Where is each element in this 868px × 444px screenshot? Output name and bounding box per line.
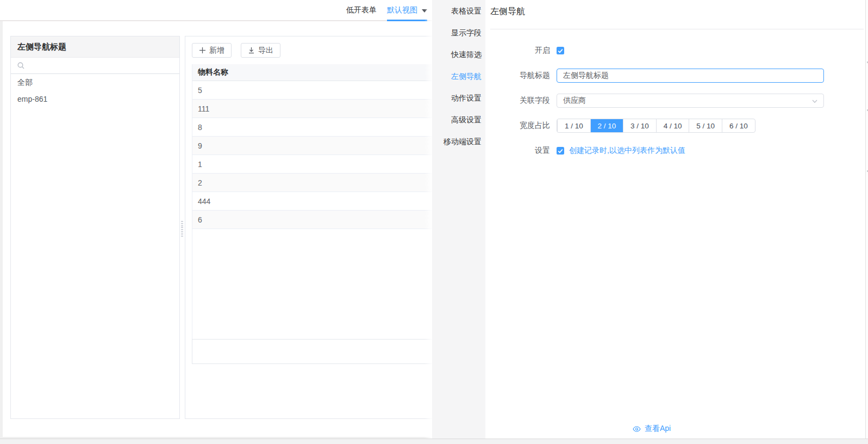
- left-nav-list: 全部emp-861: [11, 74, 179, 108]
- drawer-form: 开启 导航标题 关联字段 供应商 宽度占比: [485, 44, 865, 158]
- settings-row: 设置 创建记录时,以选中列表作为默认值: [485, 144, 865, 158]
- width-ratio-group: 1 / 102 / 103 / 104 / 105 / 106 / 10: [557, 119, 755, 133]
- related-field-select[interactable]: 供应商: [557, 94, 824, 108]
- search-icon: [17, 62, 24, 69]
- drawer-panel-header: 左侧导航: [490, 0, 864, 29]
- nav-title-row: 导航标题: [485, 69, 865, 83]
- width-ratio-option[interactable]: 4 / 10: [656, 119, 689, 132]
- vertical-scrollbar[interactable]: [865, 0, 868, 439]
- horizontal-scrollbar[interactable]: [0, 439, 868, 444]
- enable-checkbox[interactable]: [557, 47, 564, 54]
- enable-row: 开启: [485, 44, 865, 58]
- related-field-label: 关联字段: [485, 96, 557, 106]
- add-button-label: 新增: [209, 46, 224, 55]
- drawer-menu-item[interactable]: 左侧导航: [432, 65, 485, 87]
- drawer-menu-item[interactable]: 移动端设置: [432, 131, 485, 152]
- width-ratio-option[interactable]: 3 / 10: [623, 119, 656, 132]
- settings-note-link[interactable]: 创建记录时,以选中列表作为默认值: [569, 146, 685, 156]
- enable-label: 开启: [485, 46, 557, 55]
- plus-icon: [199, 47, 206, 54]
- width-ratio-row: 宽度占比 1 / 102 / 103 / 104 / 105 / 106 / 1…: [485, 119, 865, 133]
- view-api-label: 查看Api: [645, 424, 671, 434]
- width-ratio-option[interactable]: 1 / 10: [557, 119, 590, 132]
- drawer-menu-item[interactable]: 高级设置: [432, 109, 485, 131]
- left-nav-list-item[interactable]: emp-861: [11, 91, 179, 108]
- left-nav-title: 左侧导航标题: [17, 42, 66, 52]
- chevron-down-icon: [811, 98, 818, 104]
- nav-title-input[interactable]: [557, 69, 824, 83]
- drawer-menu-item[interactable]: 显示字段: [432, 22, 485, 44]
- tab-lowcode-form[interactable]: 低开表单: [346, 0, 377, 20]
- width-ratio-option[interactable]: 6 / 10: [722, 119, 755, 132]
- download-icon: [248, 47, 255, 54]
- search-input[interactable]: [29, 61, 173, 70]
- view-api-link[interactable]: 查看Api: [633, 424, 671, 434]
- settings-drawer: 表格设置显示字段快速筛选左侧导航动作设置高级设置移动端设置 左侧导航 开启 导航…: [432, 0, 865, 439]
- drawer-panel: 左侧导航 开启 导航标题 关联字段 供应商: [485, 0, 865, 439]
- add-button[interactable]: 新增: [192, 43, 232, 58]
- width-ratio-label: 宽度占比: [485, 121, 557, 131]
- check-icon: [558, 149, 563, 153]
- left-nav-panel: 左侧导航标题 全部emp-861: [10, 36, 180, 419]
- width-ratio-option[interactable]: 2 / 10: [590, 119, 623, 133]
- settings-checkbox[interactable]: [557, 147, 564, 155]
- drawer-menu-item[interactable]: 表格设置: [432, 0, 485, 22]
- related-field-row: 关联字段 供应商: [485, 94, 865, 108]
- export-button[interactable]: 导出: [241, 43, 280, 58]
- left-nav-header: 左侧导航标题: [11, 36, 179, 58]
- left-nav-list-item[interactable]: 全部: [11, 74, 179, 91]
- check-icon: [558, 48, 563, 53]
- drawer-menu-item[interactable]: 快速筛选: [432, 44, 485, 65]
- nav-title-label: 导航标题: [485, 71, 557, 81]
- drawer-panel-title: 左侧导航: [490, 0, 864, 16]
- app-root: 低开表单 默认视图 左侧导航标题 全部emp-861 新增: [0, 0, 868, 444]
- drawer-menu-item[interactable]: 动作设置: [432, 87, 485, 109]
- settings-label: 设置: [485, 146, 557, 156]
- related-field-value: 供应商: [563, 96, 586, 106]
- panel-resize-handle[interactable]: [181, 221, 183, 237]
- tab-default-view[interactable]: 默认视图: [387, 0, 427, 20]
- drawer-menu: 表格设置显示字段快速筛选左侧导航动作设置高级设置移动端设置: [432, 0, 485, 439]
- tab-default-view-label: 默认视图: [387, 0, 417, 20]
- export-button-label: 导出: [258, 46, 273, 55]
- chevron-down-icon: [422, 9, 427, 13]
- width-ratio-option[interactable]: 5 / 10: [689, 119, 722, 132]
- eye-icon: [633, 426, 641, 432]
- left-nav-search[interactable]: [11, 58, 179, 74]
